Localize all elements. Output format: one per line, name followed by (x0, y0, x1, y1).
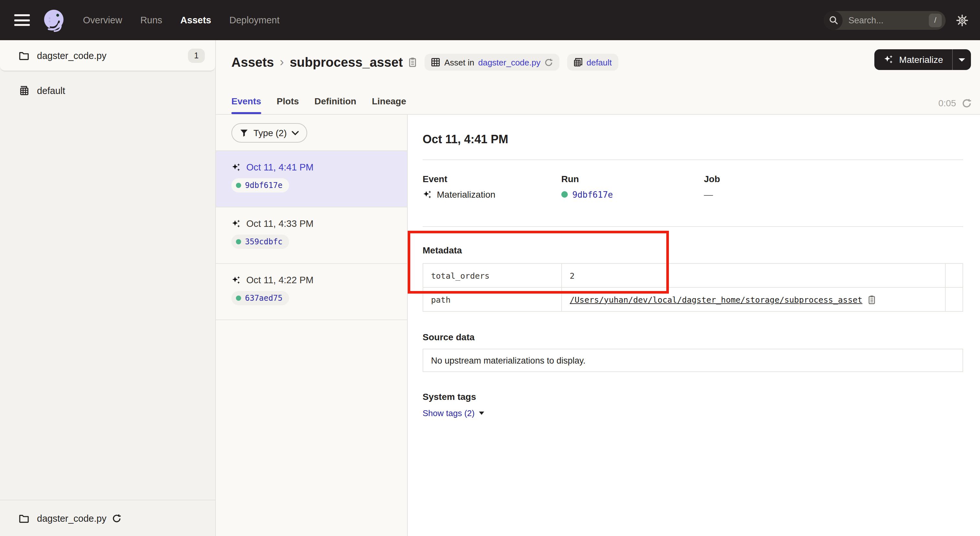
event-timestamp: Oct 11, 4:22 PM (246, 275, 313, 285)
show-tags-toggle[interactable]: Show tags (2) (423, 408, 484, 418)
system-tags-heading: System tags (423, 391, 963, 402)
refresh-timer: 0:05 (939, 98, 972, 108)
event-list-item[interactable]: Oct 11, 4:41 PM 9dbf617e (216, 151, 407, 207)
breadcrumb-separator: › (280, 55, 284, 69)
filter-funnel-icon (240, 129, 248, 137)
search-input[interactable]: Search... / (824, 11, 946, 30)
materialization-icon (231, 219, 241, 229)
refresh-countdown: 0:05 (939, 98, 956, 108)
metadata-key: path (423, 288, 562, 312)
table-grid-icon (431, 58, 441, 67)
search-placeholder: Search... (848, 15, 929, 25)
caret-down-icon (479, 412, 484, 415)
asset-in-prefix: Asset in (444, 57, 474, 67)
asset-count-badge: 1 (188, 48, 205, 62)
sidebar-item-group-default[interactable]: default (0, 81, 215, 100)
run-id-link[interactable]: 637aed75 (245, 294, 283, 303)
event-list-item[interactable]: Oct 11, 4:22 PM 637aed75 (216, 264, 407, 320)
code-location-tag[interactable]: Asset in dagster_code.py (425, 54, 559, 71)
metadata-table: total_orders 2 path /Users/yuhan/dev/loc… (423, 263, 963, 312)
tab-events[interactable]: Events (231, 96, 261, 114)
dagster-app: Overview Runs Assets Deployment Search..… (0, 0, 980, 536)
source-data-empty-state: No upstream materializations to display. (423, 349, 963, 372)
events-filter-bar: Type (2) (216, 115, 407, 151)
materialize-label: Materialize (899, 54, 943, 65)
sidebar-footer-code-location[interactable]: dagster_code.py (0, 500, 215, 536)
event-timestamp: Oct 11, 4:41 PM (246, 162, 313, 172)
nav-item-deployment[interactable]: Deployment (229, 15, 280, 25)
asset-catalog-sidebar: dagster_code.py 1 default dagster_code.p… (0, 40, 216, 536)
run-column-label: Run (561, 174, 704, 184)
run-id-link[interactable]: 9dbf617e (572, 189, 613, 199)
run-id-link[interactable]: 9dbf617e (245, 181, 283, 190)
materialization-icon (231, 275, 241, 285)
materialize-dropdown-button[interactable] (953, 58, 971, 61)
search-shortcut-key: / (929, 13, 942, 27)
job-value: — (704, 189, 713, 200)
event-timestamp: Oct 11, 4:33 PM (246, 218, 313, 229)
reload-icon[interactable] (112, 514, 121, 523)
search-icon (824, 11, 843, 30)
group-tag[interactable]: default (567, 54, 618, 71)
event-list-item[interactable]: Oct 11, 4:33 PM 359cdbfc (216, 207, 407, 264)
code-location-label: dagster_code.py (37, 50, 106, 60)
asset-tabs: Events Plots Definition Lineage (231, 96, 406, 114)
event-detail-title: Oct 11, 4:41 PM (423, 133, 963, 146)
breadcrumb: Assets › subprocess_asset Asset in dagst… (216, 40, 980, 71)
caret-down-icon (959, 58, 965, 61)
run-badge[interactable]: 637aed75 (231, 291, 289, 305)
materialize-button[interactable]: Materialize (875, 49, 971, 70)
event-type-value: Materialization (437, 189, 495, 200)
copy-icon[interactable] (867, 294, 875, 304)
materialization-icon (423, 189, 432, 199)
nav-item-assets[interactable]: Assets (180, 15, 211, 25)
sidebar-item-code-location[interactable]: dagster_code.py 1 (0, 40, 215, 71)
metadata-key: total_orders (423, 264, 562, 288)
type-filter-label: Type (2) (253, 128, 287, 138)
metadata-value: 2 (562, 264, 945, 288)
job-column-label: Job (704, 174, 963, 184)
run-status-dot (236, 239, 241, 244)
folder-icon (19, 51, 29, 60)
run-status-dot (236, 183, 241, 188)
reload-icon[interactable] (544, 58, 553, 67)
metadata-path-link[interactable]: /Users/yuhan/dev/local/dagster_home/stor… (570, 294, 862, 304)
table-row: total_orders 2 (423, 264, 963, 288)
page-title: subprocess_asset (290, 55, 403, 70)
tab-lineage[interactable]: Lineage (372, 96, 406, 114)
group-tag-link[interactable]: default (587, 57, 612, 67)
top-nav: Overview Runs Assets Deployment Search..… (0, 0, 980, 40)
tab-plots[interactable]: Plots (277, 96, 299, 114)
run-id-link[interactable]: 359cdbfc (245, 237, 283, 246)
run-status-dot (236, 296, 241, 301)
run-badge[interactable]: 359cdbfc (231, 235, 289, 249)
nav-item-runs[interactable]: Runs (140, 15, 162, 25)
event-column-label: Event (423, 174, 561, 184)
copy-icon[interactable] (409, 57, 417, 67)
hamburger-menu-icon[interactable] (14, 14, 30, 26)
source-data-empty-message: No upstream materializations to display. (431, 356, 585, 365)
main-pane: Assets › subprocess_asset Asset in dagst… (216, 40, 980, 536)
materialization-icon (231, 162, 241, 172)
table-row: path /Users/yuhan/dev/local/dagster_home… (423, 288, 963, 312)
group-label: default (37, 86, 65, 96)
run-status-dot (561, 191, 568, 198)
dagster-logo (41, 8, 66, 32)
nav-links: Overview Runs Assets Deployment (83, 15, 279, 25)
folder-icon (19, 514, 29, 523)
tab-definition[interactable]: Definition (314, 96, 356, 114)
gear-icon[interactable] (956, 14, 968, 26)
layered-grid-icon (574, 58, 583, 67)
footer-code-location-label: dagster_code.py (37, 513, 106, 523)
run-badge[interactable]: 9dbf617e (231, 178, 289, 192)
asset-group-icon (19, 86, 29, 96)
nav-item-overview[interactable]: Overview (83, 15, 122, 25)
nav-right: Search... / (824, 11, 971, 30)
refresh-icon[interactable] (962, 98, 972, 108)
breadcrumb-assets-link[interactable]: Assets (231, 55, 274, 70)
metadata-value: /Users/yuhan/dev/local/dagster_home/stor… (562, 288, 945, 312)
source-data-heading: Source data (423, 332, 963, 342)
type-filter-button[interactable]: Type (2) (231, 123, 307, 143)
event-summary-grid: Event Run Job Materialization 9dbf617e (423, 174, 963, 200)
code-location-link[interactable]: dagster_code.py (478, 57, 540, 67)
